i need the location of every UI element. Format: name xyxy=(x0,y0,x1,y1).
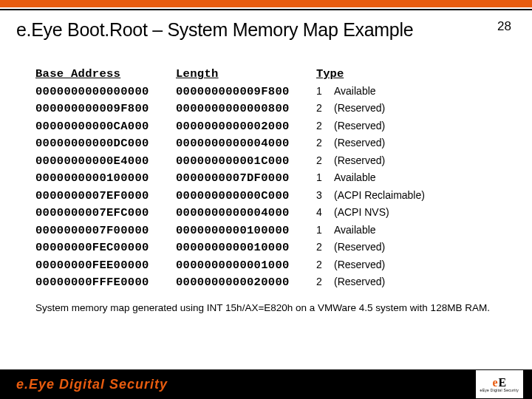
cell-type-name: (ACPI Reclaimable) xyxy=(334,189,425,201)
cell-type-name: (Reserved) xyxy=(334,137,385,149)
table-row: 00000000FEC0000000000000000100002(Reserv… xyxy=(35,241,497,254)
footnote: System memory map generated using INT 15… xyxy=(35,302,497,313)
cell-base: 0000000000000000 xyxy=(35,85,176,98)
cell-base: 00000000FFFE0000 xyxy=(35,276,176,289)
cell-type-name: (Reserved) xyxy=(334,241,385,253)
cell-base: 00000000FEC00000 xyxy=(35,241,176,254)
table-row: 00000000FFFE000000000000000200002(Reserv… xyxy=(35,276,497,289)
table-row: 00000000000CA00000000000000020002(Reserv… xyxy=(35,120,497,133)
table-row: 0000000007F0000000000000001000001Availab… xyxy=(35,224,497,237)
cell-length: 0000000000001000 xyxy=(176,259,316,272)
cell-base: 00000000000E4000 xyxy=(35,154,176,168)
cell-length: 000000000000C000 xyxy=(176,189,316,202)
table-row: 00000000000E4000000000000001C0002(Reserv… xyxy=(35,154,497,168)
top-accent-bar xyxy=(0,0,532,7)
header-base: Base Address xyxy=(35,67,176,81)
footer-logo: e E eEye Digital Security xyxy=(476,370,523,398)
table-row: 0000000007EF0000000000000000C0003(ACPI R… xyxy=(35,189,497,202)
cell-type-code: 2 xyxy=(316,120,334,132)
cell-length: 0000000000004000 xyxy=(176,137,316,150)
table-row: 00000000000DC00000000000000040002(Reserv… xyxy=(35,137,497,150)
cell-type-code: 1 xyxy=(316,224,334,236)
slide-header: e.Eye Boot.Root – System Memory Map Exam… xyxy=(0,10,532,47)
table-row: 00000000001000000000000007DF00001Availab… xyxy=(35,171,497,185)
cell-type-code: 3 xyxy=(316,189,334,201)
cell-length: 000000000001C000 xyxy=(176,154,316,168)
cell-length: 0000000000100000 xyxy=(176,224,316,237)
header-length: Length xyxy=(176,67,316,81)
cell-base: 0000000007EFC000 xyxy=(35,206,176,219)
cell-length: 0000000007DF0000 xyxy=(176,171,316,185)
cell-length: 0000000000010000 xyxy=(176,241,316,254)
table-header-row: Base Address Length Type xyxy=(35,67,497,81)
table-row: 0000000007EFC00000000000000040004(ACPI N… xyxy=(35,206,497,219)
footer-brand: e.Eye Digital Security xyxy=(16,377,168,392)
cell-type-name: (Reserved) xyxy=(334,102,385,114)
cell-type-name: Available xyxy=(334,171,376,183)
cell-type-name: (Reserved) xyxy=(334,154,385,166)
cell-type-name: (Reserved) xyxy=(334,276,385,287)
cell-base: 000000000009F800 xyxy=(35,102,176,115)
header-type: Type xyxy=(316,67,344,81)
cell-type-name: (ACPI NVS) xyxy=(334,206,389,218)
cell-length: 000000000009F800 xyxy=(176,85,316,98)
table-row: 000000000009F80000000000000008002(Reserv… xyxy=(35,102,497,115)
cell-base: 00000000000DC000 xyxy=(35,137,176,150)
logo-subtext: eEye Digital Security xyxy=(480,388,519,392)
cell-type-code: 2 xyxy=(316,241,334,253)
cell-type-code: 2 xyxy=(316,102,334,114)
cell-type-name: Available xyxy=(334,85,376,97)
page-number: 28 xyxy=(497,19,511,34)
cell-type-code: 2 xyxy=(316,154,334,166)
cell-base: 0000000007EF0000 xyxy=(35,189,176,202)
table-row: 0000000000000000000000000009F8001Availab… xyxy=(35,85,497,98)
cell-base: 0000000007F00000 xyxy=(35,224,176,237)
cell-base: 00000000FEE00000 xyxy=(35,259,176,272)
cell-type-code: 2 xyxy=(316,276,334,287)
table-row: 00000000FEE0000000000000000010002(Reserv… xyxy=(35,259,497,272)
cell-base: 00000000000CA000 xyxy=(35,120,176,133)
cell-length: 0000000000020000 xyxy=(176,276,316,289)
footer-bar: e.Eye Digital Security e E eEye Digital … xyxy=(0,369,532,399)
cell-type-code: 2 xyxy=(316,137,334,149)
cell-type-code: 1 xyxy=(316,171,334,183)
content-area: Base Address Length Type 000000000000000… xyxy=(0,47,532,313)
memory-map-table: Base Address Length Type 000000000000000… xyxy=(35,67,497,289)
cell-type-code: 1 xyxy=(316,85,334,97)
cell-type-code: 2 xyxy=(316,259,334,270)
cell-type-code: 4 xyxy=(316,206,334,218)
cell-base: 0000000000100000 xyxy=(35,171,176,185)
cell-length: 0000000000002000 xyxy=(176,120,316,133)
slide-title: e.Eye Boot.Root – System Memory Map Exam… xyxy=(16,19,413,41)
cell-length: 0000000000004000 xyxy=(176,206,316,219)
cell-type-name: (Reserved) xyxy=(334,120,385,132)
cell-type-name: Available xyxy=(334,224,376,236)
cell-length: 0000000000000800 xyxy=(176,102,316,115)
cell-type-name: (Reserved) xyxy=(334,259,385,270)
